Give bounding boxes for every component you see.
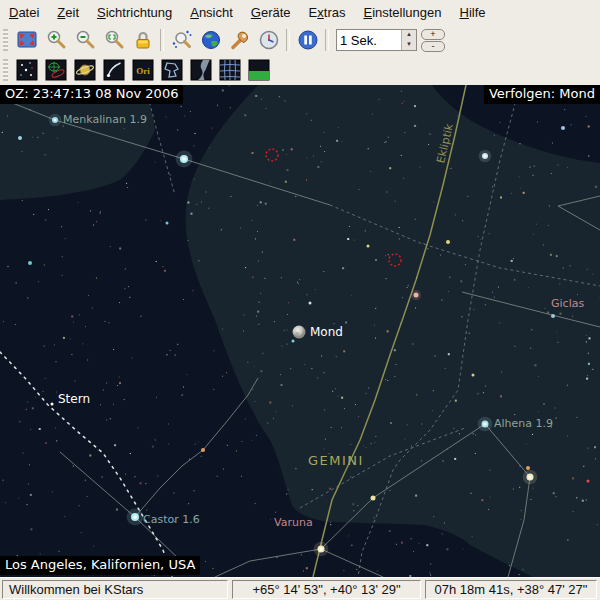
moon[interactable] <box>293 326 306 339</box>
wrench-icon <box>229 29 251 51</box>
toggle-stars-button[interactable] <box>12 56 41 84</box>
sky-label-castor-1-6: Castor 1.6 <box>143 513 200 526</box>
view-toolbar: Ori <box>0 55 600 86</box>
zoom-out-button[interactable] <box>70 26 99 54</box>
track-object-button[interactable] <box>128 26 157 54</box>
toolbar-separator <box>286 29 290 51</box>
toggle-clock-button[interactable] <box>293 26 322 54</box>
fullscreen-button[interactable] <box>12 26 41 54</box>
toggle-planets-button[interactable] <box>70 56 99 84</box>
kstars-window: DateiZeitSichtrichtungAnsichtGeräteExtra… <box>0 0 600 600</box>
find-object-button[interactable] <box>167 26 196 54</box>
clock-icon <box>258 29 280 51</box>
globe-icon <box>200 29 222 51</box>
star[interactable] <box>551 314 555 318</box>
spin-up-icon[interactable]: ▲ <box>402 30 416 40</box>
star[interactable] <box>51 403 54 406</box>
timestep-minus-button[interactable]: - <box>421 41 445 52</box>
lock-icon <box>132 29 154 51</box>
expand-icon <box>16 29 38 51</box>
comets-icon <box>103 59 125 81</box>
sky-label-varuna: Varuna <box>274 516 313 529</box>
toggle-comets-button[interactable] <box>99 56 128 84</box>
spin-down-icon[interactable]: ▼ <box>402 40 416 50</box>
find-icon <box>171 29 193 51</box>
toggle-grid-button[interactable] <box>215 56 244 84</box>
star[interactable] <box>201 448 205 452</box>
toggle-milkyway-button[interactable] <box>186 56 215 84</box>
main-toolbar: ▲ ▼ + - <box>0 25 600 56</box>
zoom-in-button[interactable] <box>41 26 70 54</box>
star[interactable] <box>292 340 295 343</box>
status-message: Willkommen bei KStars <box>2 580 228 599</box>
timestep-input[interactable] <box>337 30 401 50</box>
timestep-plus-button[interactable]: + <box>421 29 445 40</box>
sky-canvas[interactable] <box>0 85 600 577</box>
timestep-spinner[interactable]: ▲ ▼ <box>401 30 416 50</box>
toggle-constellation-names-button[interactable]: Ori <box>128 56 157 84</box>
toolbox-button[interactable] <box>225 26 254 54</box>
milkyway-icon <box>190 59 212 81</box>
sky-label-giclas: Giclas <box>551 297 584 310</box>
timestep-widget: ▲ ▼ + - <box>336 29 445 52</box>
status-radec-coords: 07h 18m 41s, +38° 47' 27" <box>425 580 597 599</box>
toolbar-separator <box>160 29 164 51</box>
star[interactable] <box>371 496 376 501</box>
sky-label-gemini: GEMINI <box>308 453 364 468</box>
menu-item-zeit[interactable]: Zeit <box>48 2 88 23</box>
status-azalt-coords: +65° 14' 53", +40° 13' 29" <box>232 580 421 599</box>
sky-label-stern: Stern <box>58 392 90 406</box>
zoom-in-icon <box>45 29 67 51</box>
tracking-overlay: Verfolgen: Mond <box>484 85 600 104</box>
toggle-horizon-button[interactable] <box>244 56 273 84</box>
star[interactable] <box>166 222 169 225</box>
names-icon: Ori <box>132 59 154 81</box>
geolocation-button[interactable] <box>196 26 225 54</box>
grid-icon <box>219 59 241 81</box>
planets-icon <box>74 59 96 81</box>
menu-item-einstellungen[interactable]: Einstellungen <box>354 2 450 23</box>
menu-item-gerte[interactable]: Geräte <box>242 2 300 23</box>
deepsky-icon <box>45 59 67 81</box>
constell-icon <box>161 59 183 81</box>
zoom-out-icon <box>74 29 96 51</box>
toggle-constellation-lines-button[interactable] <box>157 56 186 84</box>
star[interactable] <box>367 245 370 248</box>
menu-item-datei[interactable]: Datei <box>0 2 48 23</box>
sky-label-alhena-1-9: Alhena 1.9 <box>494 417 553 430</box>
star[interactable] <box>561 126 565 130</box>
sky-label-menkalinan-1-9: Menkalinan 1.9 <box>63 113 147 126</box>
star[interactable] <box>414 293 419 298</box>
zoom-default-icon <box>103 29 125 51</box>
star[interactable] <box>587 480 590 483</box>
star[interactable] <box>18 136 22 140</box>
sky-map[interactable]: Menkalinan 1.9GiclasMondSternAlhena 1.9G… <box>0 85 600 577</box>
pause-icon <box>297 29 319 51</box>
menu-item-extras[interactable]: Extras <box>300 2 355 23</box>
local-time-overlay: OZ: 23:47:13 08 Nov 2006 <box>0 85 183 104</box>
stars-icon <box>16 59 38 81</box>
location-overlay: Los Angeles, Kalifornien, USA <box>0 556 200 575</box>
star[interactable] <box>28 261 32 265</box>
star[interactable] <box>309 302 312 305</box>
set-time-button[interactable] <box>254 26 283 54</box>
sky-label-mond: Mond <box>310 325 343 339</box>
horizon-icon <box>248 59 270 81</box>
menu-item-hilfe[interactable]: Hilfe <box>451 2 495 23</box>
menu-item-sichtrichtung[interactable]: Sichtrichtung <box>88 2 181 23</box>
menu-bar: DateiZeitSichtrichtungAnsichtGeräteExtra… <box>0 0 600 26</box>
toggle-deepsky-button[interactable] <box>41 56 70 84</box>
star[interactable] <box>472 374 475 377</box>
zoom-default-button[interactable] <box>99 26 128 54</box>
toolbar-separator <box>325 29 329 51</box>
star[interactable] <box>446 240 450 244</box>
toolbar-handle[interactable] <box>3 29 8 51</box>
moon-mare <box>295 332 299 336</box>
toolbar-handle[interactable] <box>3 59 8 81</box>
status-bar: Willkommen bei KStars +65° 14' 53", +40°… <box>0 577 600 600</box>
star[interactable] <box>526 466 530 470</box>
menu-item-ansicht[interactable]: Ansicht <box>181 2 242 23</box>
svg-text:Ori: Ori <box>136 66 150 76</box>
